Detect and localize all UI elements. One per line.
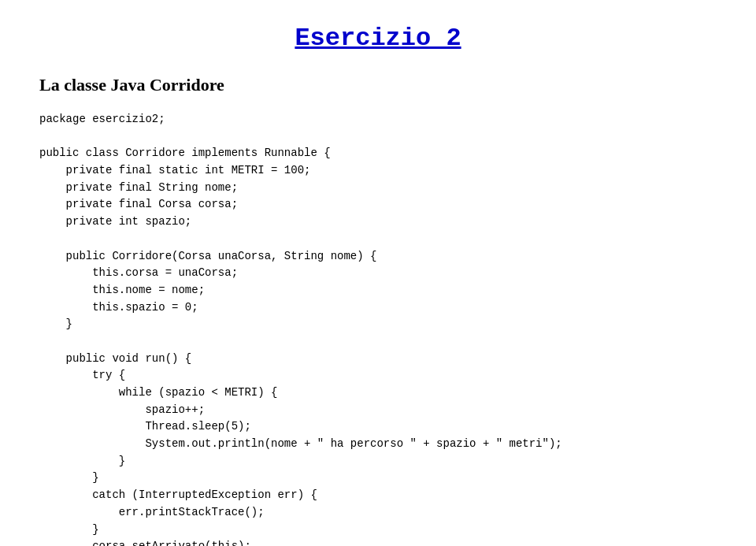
page-title[interactable]: Esercizio 2 (295, 24, 461, 53)
page-title-container: Esercizio 2 (39, 24, 717, 53)
page: Esercizio 2 La classe Java Corridore pac… (0, 0, 756, 546)
code-block: package esercizio2; public class Corrido… (39, 111, 717, 546)
section-title: La classe Java Corridore (39, 75, 717, 95)
